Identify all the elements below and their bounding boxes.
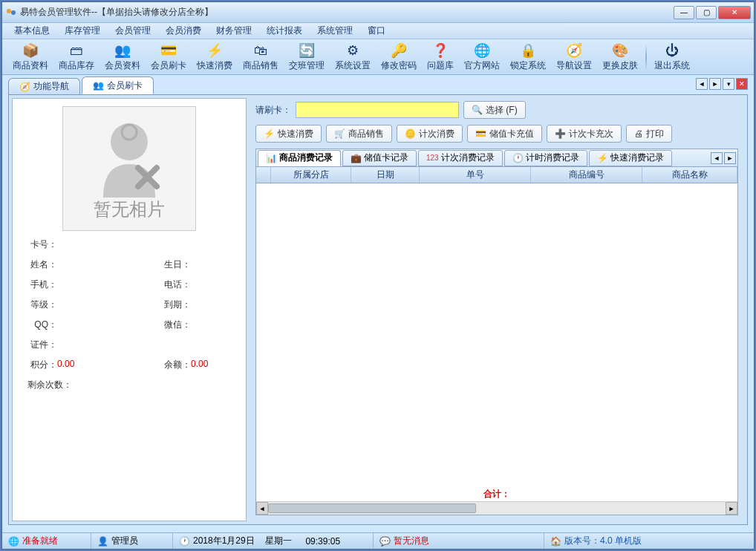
value-wechat: [191, 319, 221, 331]
menu-consume[interactable]: 会员消费: [158, 22, 209, 39]
status-version: 版本号：4.0 单机版: [564, 535, 642, 547]
menu-finance[interactable]: 财务管理: [209, 22, 259, 39]
grid-body[interactable]: [256, 183, 737, 486]
grid-col-selector[interactable]: [256, 167, 271, 183]
subtab-prev[interactable]: ◄: [711, 152, 723, 164]
tool-nav-settings[interactable]: 🧭导航设置: [552, 40, 596, 74]
document-tabs: 🧭 功能导航 👥 会员刷卡 ◄ ► ▾ ✕: [8, 76, 748, 94]
home-icon: 🏠: [550, 536, 561, 547]
titlebar: 易特会员管理软件--【单据抬头请修改分店全称】 — ▢ ✕: [2, 2, 754, 23]
power-icon: ⏻: [663, 42, 681, 59]
status-nomsg: 暂无消息: [394, 535, 429, 547]
user-icon: 👤: [97, 536, 108, 547]
times-consume-button[interactable]: 🪙计次消费: [397, 125, 463, 143]
scroll-thumb[interactable]: [268, 503, 476, 513]
scroll-right-button[interactable]: ►: [726, 502, 737, 515]
menu-inventory[interactable]: 库存管理: [57, 22, 108, 39]
tool-quick-consume[interactable]: ⚡快速消费: [192, 40, 237, 74]
tab-prev[interactable]: ◄: [696, 78, 708, 90]
value-points: 0.00: [57, 359, 87, 371]
close-button[interactable]: ✕: [718, 6, 751, 19]
print-button[interactable]: 🖨打印: [626, 125, 672, 143]
tab-close[interactable]: ✕: [736, 78, 748, 90]
subtab-quick-records[interactable]: ⚡快速消费记录: [589, 150, 672, 166]
grid-col-branch[interactable]: 所属分店: [271, 167, 351, 183]
card-input[interactable]: [296, 102, 459, 118]
menu-system[interactable]: 系统管理: [310, 22, 360, 39]
menu-window[interactable]: 窗口: [360, 22, 393, 39]
recharge-button[interactable]: 💳储值卡充值: [467, 125, 542, 143]
tool-faq[interactable]: ❓问题库: [423, 40, 458, 74]
subtab-times-records[interactable]: 123计次消费记录: [418, 150, 503, 166]
subtab-timed-records[interactable]: 🕐计时消费记录: [504, 150, 587, 166]
right-panel: 请刷卡： 🔍选择 (F) ⚡快速消费 🛒商品销售 🪙计次消费 💳储值卡充值 ➕计…: [250, 98, 744, 521]
wallet-icon: 💼: [351, 153, 362, 163]
grid-header: 所属分店 日期 单号 商品编号 商品名称: [256, 167, 737, 183]
quick-consume-button[interactable]: ⚡快速消费: [255, 125, 322, 143]
card-icon: 💳: [475, 128, 486, 139]
cart-icon: 🛒: [334, 128, 345, 139]
tool-shift[interactable]: 🔄交班管理: [284, 40, 329, 74]
nav-icon: 🧭: [19, 82, 30, 92]
people-icon: 👥: [114, 42, 131, 59]
subtab-next[interactable]: ►: [724, 152, 736, 164]
tool-product-info[interactable]: 📦商品资料: [8, 40, 53, 74]
tab-next[interactable]: ►: [709, 78, 721, 90]
value-phone: [191, 278, 221, 291]
box-icon: 📦: [22, 42, 39, 59]
coin-icon: 🪙: [405, 128, 416, 139]
cabinet-icon: 🗃: [68, 42, 85, 59]
clock-icon: 🕐: [179, 536, 190, 547]
tool-settings[interactable]: ⚙系统设置: [330, 40, 375, 74]
compass-icon: 🧭: [565, 42, 583, 59]
times-recharge-button[interactable]: ➕计次卡充次: [547, 125, 622, 143]
maximize-button[interactable]: ▢: [696, 6, 717, 19]
grid-hscroll[interactable]: ◄ ►: [256, 501, 737, 515]
tab-member-card[interactable]: 👥 会员刷卡: [82, 76, 154, 94]
value-expire: [191, 299, 221, 311]
bag-icon: 🛍: [252, 42, 270, 59]
minimize-button[interactable]: —: [674, 6, 694, 19]
question-icon: ❓: [431, 42, 449, 59]
tool-member-info[interactable]: 👥会员资料: [100, 40, 145, 74]
tool-product-stock[interactable]: 🗃商品库存: [54, 40, 99, 74]
label-cardno: 卡号：: [20, 238, 57, 251]
no-photo-text: 暂无相片: [94, 198, 165, 221]
tool-member-card[interactable]: 💳会员刷卡: [146, 40, 191, 74]
subtab-stored-card[interactable]: 💼储值卡记录: [342, 150, 417, 166]
people-icon: 👥: [93, 80, 104, 91]
tool-skin[interactable]: 🎨更换皮肤: [598, 40, 642, 74]
sales-button[interactable]: 🛒商品销售: [326, 125, 392, 143]
person-placeholder-icon: [92, 116, 166, 198]
search-icon: 🔍: [472, 105, 483, 115]
tool-exit[interactable]: ⏻退出系统: [650, 40, 694, 74]
titlebar-text: 易特会员管理软件--【单据抬头请修改分店全称】: [20, 6, 674, 19]
grid-col-productcode[interactable]: 商品编号: [531, 167, 642, 183]
tool-website[interactable]: 🌐官方网站: [460, 40, 504, 74]
member-photo: 暂无相片: [62, 106, 196, 231]
tool-password[interactable]: 🔑修改密码: [377, 40, 421, 74]
label-birthday: 生日：: [87, 258, 191, 271]
select-button[interactable]: 🔍选择 (F): [463, 101, 526, 119]
grid-footer: 合计：: [256, 486, 737, 501]
tab-nav[interactable]: 🧭 功能导航: [8, 78, 80, 94]
label-name: 姓名：: [20, 258, 57, 271]
menu-basic[interactable]: 基本信息: [7, 22, 57, 39]
menu-report[interactable]: 统计报表: [259, 22, 310, 39]
tool-sales[interactable]: 🛍商品销售: [238, 40, 283, 74]
grid-col-date[interactable]: 日期: [351, 167, 420, 183]
clock-icon: 🕐: [512, 153, 524, 163]
card-icon: 💳: [160, 42, 177, 59]
status-time: 09:39:05: [305, 536, 340, 547]
value-level: [57, 299, 87, 311]
grid-col-productname[interactable]: 商品名称: [642, 167, 737, 183]
tab-menu[interactable]: ▾: [723, 78, 734, 90]
grid-col-billno[interactable]: 单号: [420, 167, 531, 183]
subtab-product-records[interactable]: 📊商品消费记录: [258, 150, 341, 166]
status-weekday: 星期一: [265, 535, 292, 547]
tool-lock[interactable]: 🔒锁定系统: [506, 40, 550, 74]
search-label: 请刷卡：: [255, 104, 291, 117]
palette-icon: 🎨: [611, 42, 629, 59]
scroll-left-button[interactable]: ◄: [256, 502, 268, 515]
menu-member[interactable]: 会员管理: [108, 22, 158, 39]
